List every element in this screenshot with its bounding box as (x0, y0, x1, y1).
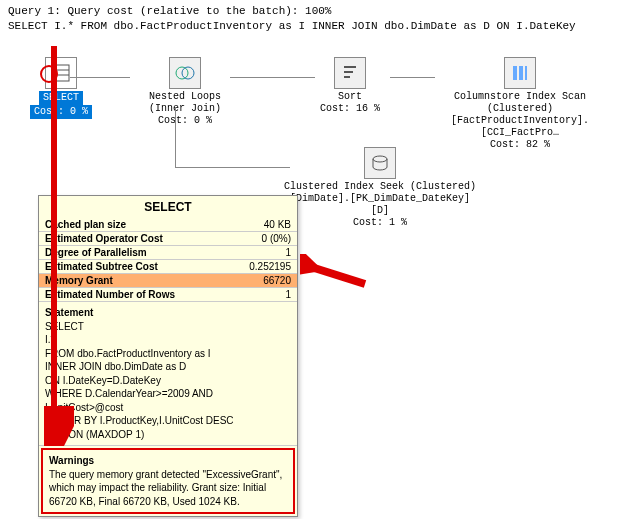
prop-est-operator-cost: Estimated Operator Cost 0 (0%) (39, 232, 297, 246)
index-seek-icon (364, 147, 396, 179)
stmt-line: FROM dbo.FactProductInventory as I (45, 347, 291, 361)
nested-title: Nested Loops (130, 91, 240, 103)
tooltip-statement: Statement SELECT I.* FROM dbo.FactProduc… (39, 302, 297, 446)
sort-title: Sort (310, 91, 390, 103)
colscan-obj: [FactProductInventory].[CCI_FactPro… (430, 115, 610, 139)
query-cost-line: Query 1: Query cost (relative to the bat… (8, 4, 632, 19)
stmt-line: I.UnitCost>@cost (45, 401, 291, 415)
prop-memory-grant: Memory Grant 66720 (39, 274, 297, 288)
plan-node-index-seek[interactable]: Clustered Index Seek (Clustered) [DimDat… (280, 147, 480, 229)
prop-est-subtree-cost: Estimated Subtree Cost 0.252195 (39, 260, 297, 274)
stmt-line: INNER JOIN dbo.DimDate as D (45, 360, 291, 374)
operator-tooltip: SELECT Cached plan size 40 KB Estimated … (38, 195, 298, 517)
svg-rect-5 (513, 66, 517, 80)
plan-node-sort[interactable]: Sort Cost: 16 % (310, 57, 390, 115)
prop-est-rows: Estimated Number of Rows 1 (39, 288, 297, 302)
nested-loops-icon (169, 57, 201, 89)
nested-cost: Cost: 0 % (130, 115, 240, 127)
svg-line-10 (308, 266, 365, 284)
seek-cost: Cost: 1 % (280, 217, 480, 229)
query-header: Query 1: Query cost (relative to the bat… (0, 0, 640, 39)
sort-cost: Cost: 16 % (310, 103, 390, 115)
stmt-line: WHERE D.CalendarYear>=2009 AND (45, 387, 291, 401)
stmt-line: ORDER BY I.ProductKey,I.UnitCost DESC (45, 414, 291, 428)
stmt-line: OPTION (MAXDOP 1) (45, 428, 291, 442)
plan-connector (175, 167, 290, 168)
svg-rect-6 (519, 66, 523, 80)
plan-connector (230, 77, 315, 78)
seek-title: Clustered Index Seek (Clustered) (280, 181, 480, 193)
annotation-arrow-down (44, 46, 74, 446)
colscan-title: Columnstore Index Scan (Clustered) (430, 91, 610, 115)
stmt-line: ON I.DateKey=D.DateKey (45, 374, 291, 388)
prop-dop: Degree of Parallelism 1 (39, 246, 297, 260)
tooltip-title: SELECT (39, 196, 297, 218)
stmt-line: SELECT (45, 320, 291, 334)
plan-connector (70, 77, 130, 78)
nested-sub: (Inner Join) (130, 103, 240, 115)
annotation-arrow-left (300, 254, 370, 294)
prop-cached-plan-size: Cached plan size 40 KB (39, 218, 297, 232)
stmt-line: I.* (45, 333, 291, 347)
plan-node-columnstore-scan[interactable]: Columnstore Index Scan (Clustered) [Fact… (430, 57, 610, 151)
warnings-text: The query memory grant detected "Excessi… (49, 468, 287, 509)
tooltip-warnings: Warnings The query memory grant detected… (41, 448, 295, 514)
seek-obj: [DimDate].[PK_DimDate_DateKey] [D] (280, 193, 480, 217)
plan-connector (175, 107, 176, 167)
svg-point-8 (373, 156, 387, 162)
columnstore-icon (504, 57, 536, 89)
plan-connector (390, 77, 435, 78)
sort-icon (334, 57, 366, 89)
svg-rect-7 (525, 66, 527, 80)
plan-node-nested-loops[interactable]: Nested Loops (Inner Join) Cost: 0 % (130, 57, 240, 127)
query-sql-line: SELECT I.* FROM dbo.FactProductInventory… (8, 19, 632, 34)
